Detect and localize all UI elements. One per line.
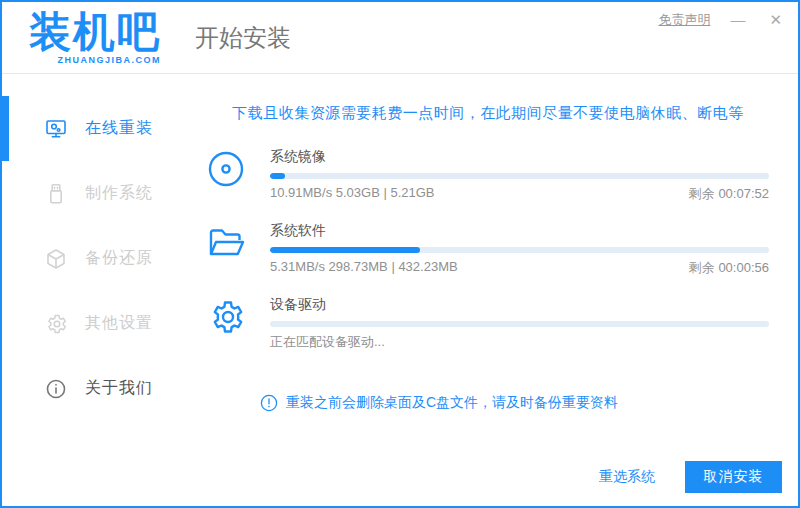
task-device-driver: 设备驱动 正在匹配设备驱动... [207,296,769,351]
backup-icon [44,247,68,271]
reselect-system-button[interactable]: 重选系统 [599,468,655,486]
sidebar: 在线重装 制作系统 [2,74,192,507]
logo-text: 装机吧 [29,10,161,54]
gear-icon [44,312,68,336]
sidebar-item-label: 关于我们 [85,378,153,399]
sidebar-item-online-reinstall[interactable]: 在线重装 [2,96,192,161]
info-icon [44,377,68,401]
task-stats: 5.31MB/s 298.73MB | 432.23MB [270,259,458,277]
footer-actions: 重选系统 取消安装 [599,461,782,493]
header: 装机吧 ZHUANGJIBA.COM 开始安装 免责声明 — ✕ [2,2,798,74]
backup-warning-note: 重装之前会删除桌面及C盘文件，请及时备份重要资料 [260,394,618,412]
sidebar-item-make-system[interactable]: 制作系统 [2,161,192,226]
sidebar-item-label: 制作系统 [85,183,153,204]
progress-bar [270,247,769,253]
task-stats: 正在匹配设备驱动... [270,333,385,351]
page-title: 开始安装 [195,22,291,54]
disc-icon [207,150,245,188]
usb-icon [44,182,68,206]
app-window: 装机吧 ZHUANGJIBA.COM 开始安装 免责声明 — ✕ [0,0,800,508]
sidebar-item-backup-restore[interactable]: 备份还原 [2,226,192,291]
task-remaining: 剩余 00:07:52 [689,185,769,203]
progress-fill [270,247,420,253]
task-system-software: 系统软件 5.31MB/s 298.73MB | 432.23MB 剩余 00:… [207,222,769,277]
folder-icon [207,224,245,262]
logo-subtitle: ZHUANGJIBA.COM [58,55,162,65]
window-controls: 免责声明 — ✕ [658,11,786,29]
task-system-image: 系统镜像 10.91MB/s 5.03GB | 5.21GB 剩余 00:07:… [207,148,769,203]
cancel-install-button[interactable]: 取消安装 [685,461,782,493]
close-button[interactable]: ✕ [765,11,786,29]
app-logo: 装机吧 ZHUANGJIBA.COM [29,10,161,65]
sidebar-item-other-settings[interactable]: 其他设置 [2,291,192,356]
main-panel: 下载且收集资源需要耗费一点时间，在此期间尽量不要使电脑休眠、断电等 系统镜像 [192,74,798,507]
download-notice: 下载且收集资源需要耗费一点时间，在此期间尽量不要使电脑休眠、断电等 [207,104,769,123]
exclamation-circle-icon [260,394,278,412]
sidebar-item-label: 备份还原 [85,248,153,269]
backup-warning-text: 重装之前会删除桌面及C盘文件，请及时备份重要资料 [286,394,618,412]
task-list: 系统镜像 10.91MB/s 5.03GB | 5.21GB 剩余 00:07:… [207,148,769,351]
disclaimer-link[interactable]: 免责声明 [658,11,710,29]
task-remaining: 剩余 00:00:56 [689,259,769,277]
gear-large-icon [207,298,245,336]
minimize-button[interactable]: — [726,11,749,29]
monitor-icon [44,117,68,141]
progress-bar [270,173,769,179]
sidebar-item-label: 在线重装 [85,118,153,139]
sidebar-item-label: 其他设置 [85,313,153,334]
sidebar-item-about-us[interactable]: 关于我们 [2,356,192,421]
progress-fill [270,173,285,179]
progress-bar [270,321,769,327]
task-name: 系统镜像 [270,148,769,166]
task-name: 系统软件 [270,222,769,240]
task-name: 设备驱动 [270,296,769,314]
task-stats: 10.91MB/s 5.03GB | 5.21GB [270,185,435,203]
